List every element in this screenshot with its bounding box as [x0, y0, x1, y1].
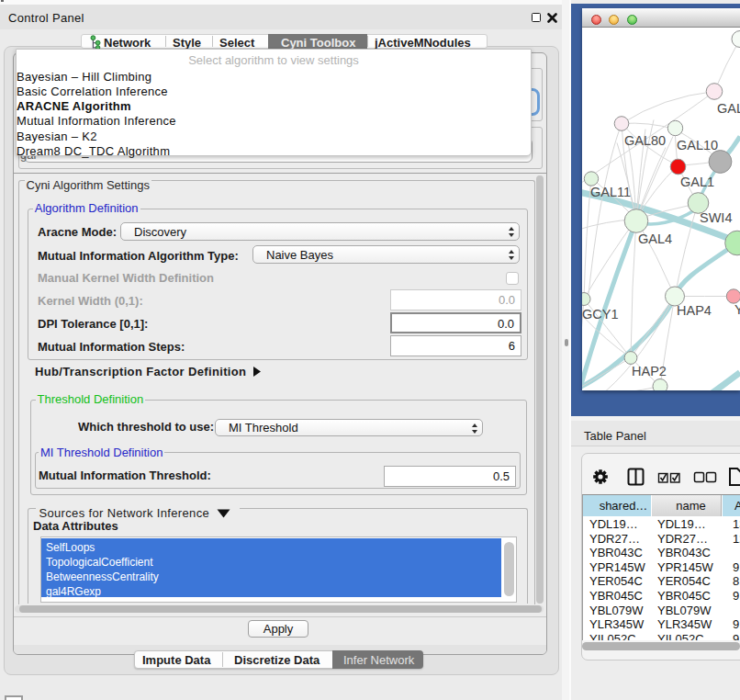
svg-text:Y: Y: [734, 301, 740, 316]
svg-text:GAL1: GAL1: [680, 174, 714, 188]
svg-text:GAL11: GAL11: [590, 184, 631, 198]
svg-text:GAL10: GAL10: [677, 137, 718, 152]
svg-text:HAP4: HAP4: [677, 302, 712, 317]
svg-text:GAL4: GAL4: [638, 231, 672, 245]
svg-text:HAP2: HAP2: [632, 363, 667, 378]
svg-text:GAL80: GAL80: [624, 132, 666, 147]
svg-text:GCY1: GCY1: [582, 306, 619, 321]
svg-text:GAL: GAL: [717, 100, 740, 115]
svg-text:SWI4: SWI4: [700, 209, 732, 224]
